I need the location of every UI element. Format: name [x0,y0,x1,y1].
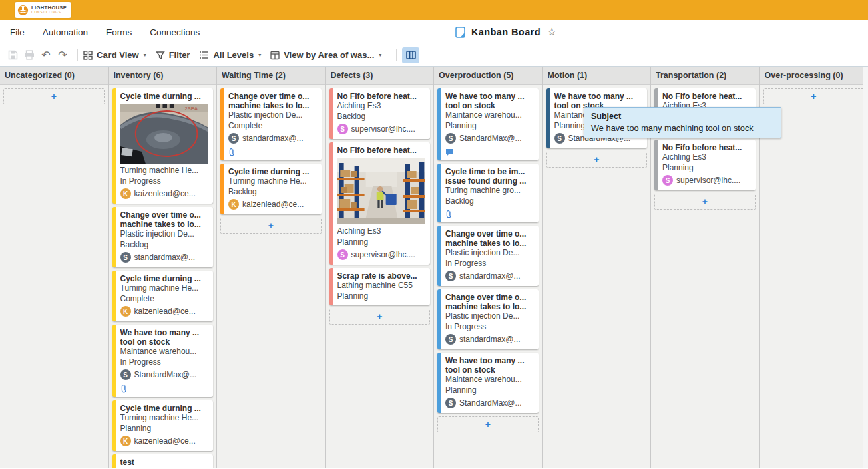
card-title: Change over time o...machine takes to lo… [445,293,534,311]
column-header[interactable]: Waiting Time (2) [217,67,325,85]
card-field: Lathing machine C55 [337,281,426,291]
add-card-placeholder[interactable]: + [3,88,105,104]
paperclip-icon[interactable] [120,384,209,393]
card-field: Plastic injection De... [445,311,534,322]
board-view-toggle[interactable] [402,47,419,63]
filter-button[interactable]: Filter [156,50,190,60]
view-by-selector[interactable]: View by Area of was... ▾ [270,50,381,60]
column-header[interactable]: Over-processing (0) [760,67,868,85]
paperclip-icon[interactable] [228,148,317,156]
avatar: S [554,133,565,144]
favorite-star-icon[interactable]: ☆ [547,27,556,37]
assignee-row: SStandardMax@... [120,369,209,381]
add-card-placeholder[interactable]: + [654,194,756,210]
logo-line1: LIGHTHOUSE [31,5,67,11]
redo-button[interactable]: ↷ [55,48,70,63]
kanban-card[interactable]: Change over time o...machine takes to lo… [437,289,539,349]
kanban-card[interactable]: Change over time o...machine takes to lo… [437,226,539,286]
column-header[interactable]: Motion (1) [543,67,651,85]
comment-icon[interactable] [445,148,534,156]
card-view-label: Card View [97,50,139,60]
chevron-down-icon: ▾ [144,52,146,58]
column-defects: Defects (3) No Fifo before heat... Aichl… [326,67,435,468]
column-header[interactable]: Uncategorized (0) [0,67,108,85]
avatar: S [445,271,456,281]
kanban-card[interactable]: Cycle time durning ... Turning machine H… [112,271,214,321]
card-title: No Fifo before heat... [337,146,426,155]
column-header[interactable]: Overproduction (5) [434,67,542,85]
assignee-row: Ssupervisor@lhc.... [662,174,751,186]
kanban-card[interactable]: test testNew [112,454,214,468]
add-card-placeholder[interactable]: + [329,309,431,325]
kanban-card[interactable]: Cycle time durning ... 2SEA Turning mach… [112,88,214,204]
avatar: S [228,133,239,144]
assignee-email: standardmax@... [242,134,304,143]
kanban-card[interactable]: We have too many ...tool on stock Mainta… [437,353,539,413]
card-title: We have too many ...tool on stock [445,356,534,375]
add-card-placeholder[interactable]: + [546,152,648,168]
card-field: Planning [337,237,426,248]
assignee-email: supervisor@lhc.... [676,176,740,185]
menu-item-automation[interactable]: Automation [43,27,88,37]
menu-item-connections[interactable]: Connections [150,27,200,37]
kanban-card[interactable]: Change over time o...machine takes to lo… [220,88,322,160]
column-header[interactable]: Defects (3) [326,67,434,85]
save-button[interactable] [5,48,20,63]
menu-item-file[interactable]: File [10,27,25,37]
kanban-card[interactable]: Cycle time to be im...issue found during… [437,164,539,222]
card-image-warehouse [337,158,426,224]
assignee-row: Ssupervisor@lhc.... [337,123,426,135]
card-field: Turning machine He... [228,176,317,187]
menu-item-forms[interactable]: Forms [106,27,132,37]
card-view-selector[interactable]: Card View ▾ [83,50,146,60]
column-title: Overproduction (5) [439,71,514,80]
column-body: We have too many ...tool on stock Mainta… [543,85,651,468]
kanban-card[interactable]: Cycle time durning ... Turning machine H… [112,400,214,451]
undo-button[interactable]: ↶ [39,48,53,63]
assignee-email: StandardMax@... [459,134,522,143]
kanban-card[interactable]: We have too many ...tool on stock Mainta… [112,325,214,397]
print-button[interactable] [22,48,37,63]
card-field: Complete [120,294,209,305]
plus-icon: + [377,312,382,321]
card-title: test [120,458,209,467]
view-by-label: View by Area of was... [284,50,374,60]
tooltip-body: We have too many machining tool on stock [591,123,774,133]
kanban-card[interactable]: No Fifo before heat... Aichling Es3Plann… [329,142,431,265]
add-card-placeholder[interactable]: + [220,218,322,234]
plus-icon: + [485,420,491,429]
card-title: No Fifo before heat... [337,92,426,101]
card-field: Aichling Es3 [337,226,426,237]
assignee-email: kaizenlead@ce... [134,436,196,446]
lighthouse-logo[interactable]: LIGHTHOUSE CONSULTINGS [15,2,71,18]
kanban-card[interactable]: No Fifo before heat... Aichling Es3Plann… [654,140,756,190]
kanban-card[interactable]: Change over time o...machine takes to lo… [112,207,214,267]
avatar: K [120,436,131,446]
card-field: In Progress [445,259,534,269]
kanban-card[interactable]: Scrap rate is above... Lathing machine C… [329,268,431,305]
card-field: Backlog [445,196,534,207]
document-icon [455,27,465,38]
card-field: Aichling Es3 [337,101,426,112]
assignee-email: kaizenlead@ce... [134,307,196,316]
column-title: Uncategorized (0) [5,71,75,80]
column-header[interactable]: Transportation (2) [651,67,759,85]
card-field: Turning machine He... [120,166,209,176]
assignee-row: Sstandardmax@... [120,251,209,263]
column-header[interactable]: Inventory (6) [109,67,217,85]
avatar: S [337,124,348,134]
card-title: Change over time o...machine takes to lo… [445,229,534,248]
kanban-card[interactable]: No Fifo before heat... Aichling Es3Backl… [329,88,431,139]
column-body: + [760,85,868,468]
card-field: Complete [228,121,317,132]
column-title: Transportation (2) [656,71,726,80]
add-card-placeholder[interactable]: + [437,416,539,432]
avatar: S [662,175,673,186]
kanban-card[interactable]: Cycle time durning ... Turning machine H… [220,164,322,214]
levels-selector[interactable]: All Levels ▾ [199,50,261,60]
kanban-card[interactable]: We have too many ...tool on stock Mainta… [437,88,539,160]
vertical-scrollbar[interactable] [863,67,868,468]
paperclip-icon[interactable] [445,210,534,218]
assignee-email: kaizenlead@ce... [242,200,304,209]
add-card-placeholder[interactable]: + [763,88,865,104]
